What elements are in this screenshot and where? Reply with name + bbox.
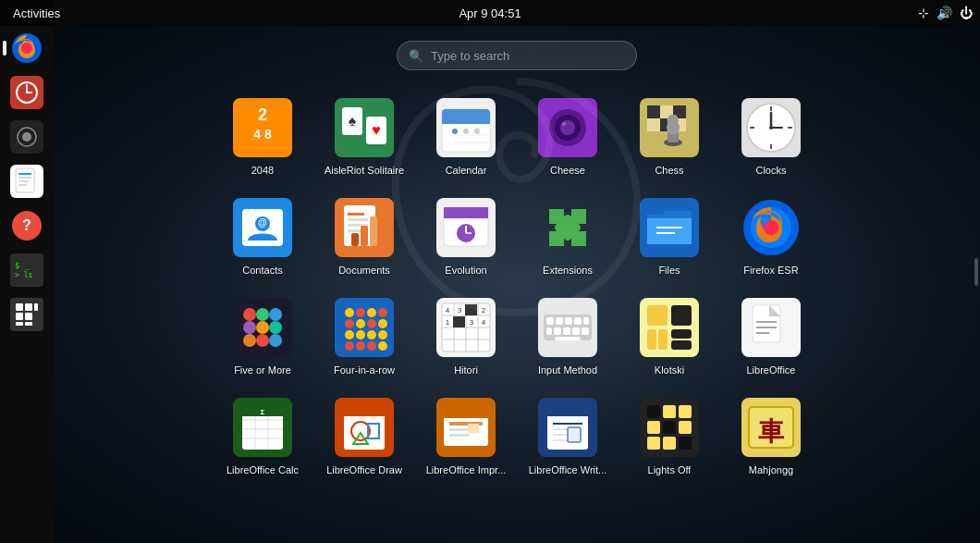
app-item-calendar[interactable]: Calendar (420, 89, 512, 181)
app-label-files: Files (658, 265, 680, 276)
svg-text:Σ: Σ (261, 408, 265, 416)
app-icon-extensions (534, 194, 601, 261)
app-item-clocks[interactable]: Clocks (725, 89, 817, 181)
app-icon-contacts: @ (229, 194, 296, 261)
dock-item-software[interactable] (6, 117, 47, 157)
svg-point-116 (367, 330, 376, 339)
app-label-2048: 2048 (251, 165, 274, 176)
svg-point-106 (345, 308, 354, 317)
app-item-five-or-more[interactable]: Five or More (216, 289, 309, 381)
app-icon-cheese (534, 94, 601, 161)
svg-rect-144 (583, 317, 589, 325)
dock-item-timeshift[interactable] (6, 72, 47, 113)
app-item-libreoffice-calc[interactable]: Σ LibreOffice Calc (216, 389, 309, 481)
network-icon[interactable]: ⊹ (918, 6, 929, 20)
app-label-libreoffice-impr: LibreOffice Impr... (426, 464, 507, 475)
app-icon-mahjongg: 車 (738, 394, 804, 461)
app-item-extensions[interactable]: Extensions (521, 189, 614, 281)
svg-text:1: 1 (446, 318, 450, 327)
app-icon-four-in-a-row (331, 294, 398, 361)
dock-item-apps[interactable] (6, 294, 47, 335)
svg-rect-150 (555, 337, 581, 340)
svg-point-8 (22, 132, 31, 142)
dock-item-help[interactable]: ? (6, 205, 47, 246)
app-label-clocks: Clocks (755, 165, 786, 176)
app-item-klotski[interactable]: Klotski (623, 289, 716, 381)
search-input[interactable] (431, 49, 625, 63)
svg-point-121 (378, 341, 387, 351)
app-item-evolution[interactable]: Evolution (420, 189, 512, 281)
app-icon-files (636, 194, 703, 261)
svg-rect-22 (25, 303, 32, 311)
svg-rect-146 (554, 327, 561, 335)
app-item-lights-off[interactable]: Lights Off (623, 389, 716, 481)
app-label-five-or-more: Five or More (234, 364, 291, 376)
svg-rect-142 (565, 317, 572, 325)
volume-icon[interactable]: 🔊 (937, 6, 952, 20)
app-item-firefox-esr[interactable]: Firefox ESR (725, 189, 817, 281)
app-label-documents: Documents (338, 265, 390, 276)
app-icon-libreoffice-impr (433, 394, 499, 461)
svg-point-119 (356, 341, 365, 351)
app-item-libreoffice-impr[interactable]: LibreOffice Impr... (420, 389, 512, 481)
dock-item-firefox[interactable] (6, 28, 47, 68)
svg-point-43 (452, 129, 458, 134)
svg-point-117 (378, 330, 387, 339)
app-item-documents[interactable]: Documents (318, 189, 410, 281)
svg-rect-183 (449, 434, 470, 437)
app-icon-calendar (433, 94, 499, 161)
dock: ? $ _ > ls (0, 0, 54, 543)
svg-point-44 (463, 129, 469, 134)
app-label-aisleriots: AisleRiot Solitaire (325, 165, 404, 176)
svg-rect-77 (348, 218, 368, 221)
svg-text:3: 3 (458, 306, 462, 315)
scrollbar[interactable] (974, 258, 978, 286)
search-bar[interactable]: 🔍 (397, 41, 637, 70)
power-icon[interactable]: ⏻ (960, 6, 973, 20)
svg-rect-156 (671, 329, 692, 339)
app-item-input-method[interactable]: Input Method (521, 289, 614, 381)
app-item-hitori[interactable]: 4 3 2 1 3 4 Hitori (420, 289, 512, 381)
svg-rect-154 (647, 329, 656, 350)
app-item-contacts[interactable]: @ Contacts (216, 189, 309, 281)
svg-rect-10 (16, 168, 34, 192)
app-item-four-in-a-row[interactable]: Four-in-a-row (318, 289, 410, 381)
svg-point-108 (367, 308, 376, 317)
svg-text:車: 車 (758, 417, 785, 446)
svg-rect-145 (546, 327, 552, 335)
svg-point-109 (378, 308, 387, 317)
svg-rect-147 (563, 327, 570, 335)
dock-item-terminal[interactable]: $ _ > ls (6, 250, 47, 290)
svg-rect-140 (546, 317, 554, 325)
dock-item-writer[interactable] (6, 161, 47, 202)
svg-rect-187 (547, 405, 588, 416)
app-item-2048[interactable]: 2 4 8 2048 (216, 89, 309, 181)
svg-point-112 (367, 319, 376, 328)
app-item-mahjongg[interactable]: 車 Mahjongg (725, 389, 817, 481)
app-label-contacts: Contacts (242, 265, 282, 276)
svg-rect-200 (647, 437, 660, 450)
app-item-aisleriots[interactable]: ♠ ♥ AisleRiot Solitaire (318, 89, 410, 181)
app-item-chess[interactable]: Chess (623, 89, 716, 181)
app-item-files[interactable]: Files (623, 189, 716, 281)
svg-text:@: @ (258, 217, 267, 228)
app-label-libreoffice-writ: LibreOffice Writ... (529, 464, 607, 475)
app-label-hitori: Hitori (454, 364, 478, 376)
svg-point-114 (345, 330, 354, 339)
activities-button[interactable]: Activities (7, 5, 66, 22)
svg-point-99 (243, 321, 256, 334)
app-item-libreoffice-writ[interactable]: LibreOffice Writ... (521, 389, 614, 481)
svg-text:$ _: $ _ (15, 261, 31, 270)
app-icon-evolution (433, 194, 499, 261)
app-label-lights-off: Lights Off (648, 464, 692, 475)
app-item-libreoffice-draw[interactable]: LibreOffice Draw (318, 389, 410, 481)
app-icon-aisleriots: ♠ ♥ (331, 94, 398, 161)
search-icon: 🔍 (409, 49, 423, 63)
svg-rect-194 (647, 405, 660, 418)
svg-rect-132 (465, 304, 477, 315)
app-item-libreoffice[interactable]: LibreOffice (725, 289, 817, 381)
app-icon-libreoffice-draw (331, 394, 398, 461)
app-label-extensions: Extensions (543, 265, 593, 276)
app-icon-lights-off (636, 394, 703, 461)
app-item-cheese[interactable]: Cheese (521, 89, 614, 181)
